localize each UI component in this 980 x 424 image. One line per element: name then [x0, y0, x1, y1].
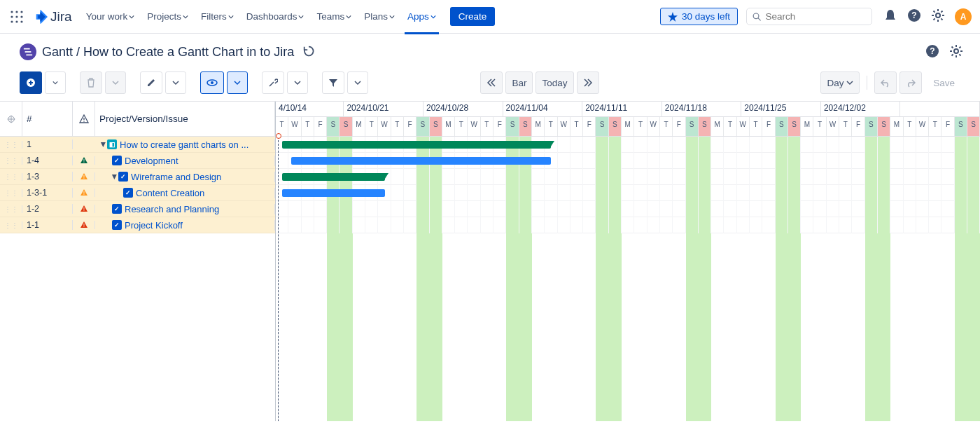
day-header: S: [955, 117, 967, 136]
week-header: 2024/11/11: [582, 102, 662, 117]
gantt-row[interactable]: ⋮⋮1-1!✓Project Kickoff: [0, 217, 275, 233]
day-header: M: [622, 117, 634, 136]
tools-dropdown[interactable]: [287, 71, 308, 94]
day-header: M: [532, 117, 545, 136]
edit-button[interactable]: [140, 71, 162, 94]
day-header: S: [340, 117, 352, 136]
day-header: T: [813, 117, 826, 136]
task-icon: ✓: [112, 156, 122, 165]
nav-filters[interactable]: Filters: [195, 8, 239, 25]
save-button[interactable]: Save: [925, 74, 963, 93]
day-header: S: [878, 117, 890, 136]
help-icon[interactable]: ?: [907, 8, 921, 25]
user-avatar[interactable]: A: [955, 8, 972, 25]
expander-icon[interactable]: ▶: [111, 175, 118, 179]
nav-projects[interactable]: Projects: [141, 8, 194, 25]
gantt-row[interactable]: ⋮⋮1▶ ◧How to create gantt charts on ...: [0, 137, 275, 153]
page-settings-icon[interactable]: [949, 44, 963, 60]
gantt-row[interactable]: ⋮⋮1-3-1!✓Content Creation: [0, 185, 275, 201]
row-name[interactable]: ✓Project Kickoff: [95, 220, 275, 231]
drag-handle[interactable]: ⋮⋮: [0, 221, 22, 229]
delete-button[interactable]: [80, 71, 102, 94]
row-warning-icon: !: [73, 221, 95, 229]
scroll-right-button[interactable]: [577, 71, 599, 94]
today-button[interactable]: Today: [536, 71, 573, 94]
gantt-bar[interactable]: [282, 173, 384, 181]
edit-dropdown[interactable]: [165, 71, 186, 94]
svg-point-7: [15, 20, 18, 22]
expander-icon[interactable]: ▶: [100, 142, 107, 147]
day-header: T: [750, 117, 762, 136]
nav-dashboards[interactable]: Dashboards: [241, 8, 310, 25]
row-name[interactable]: ✓Research and Planning: [95, 204, 275, 214]
undo-button[interactable]: [874, 71, 897, 94]
day-header: S: [699, 117, 711, 136]
task-icon: ✓: [123, 188, 133, 198]
row-id: 1-3-1: [22, 188, 73, 198]
gantt-bar[interactable]: [291, 157, 551, 165]
filter-button[interactable]: [322, 71, 344, 94]
week-header: 2024/11/18: [662, 102, 742, 117]
filter-dropdown[interactable]: [347, 71, 368, 94]
settings-icon[interactable]: [931, 8, 945, 25]
redo-button[interactable]: [899, 71, 922, 94]
drag-handle[interactable]: ⋮⋮: [0, 157, 22, 165]
drag-handle[interactable]: ⋮⋮: [0, 141, 22, 149]
bar-view-button[interactable]: Bar: [505, 71, 533, 94]
svg-point-22: [211, 81, 214, 84]
row-warning-icon: !: [73, 189, 95, 197]
day-header: W: [916, 117, 929, 136]
gantt-bar[interactable]: [282, 141, 551, 149]
zoom-level-dropdown[interactable]: Day: [820, 71, 860, 94]
svg-rect-15: [25, 51, 31, 53]
day-header: S: [519, 117, 532, 136]
notifications-icon[interactable]: [883, 8, 897, 25]
day-header: T: [839, 117, 852, 136]
nav-plans[interactable]: Plans: [358, 8, 400, 25]
day-header: T: [481, 117, 493, 136]
col-warning-header: [73, 102, 95, 136]
tools-button[interactable]: [262, 71, 284, 94]
nav-apps[interactable]: Apps: [402, 8, 442, 25]
row-name[interactable]: ▶ ✓Wireframe and Design: [95, 172, 275, 182]
nav-your-work[interactable]: Your work: [80, 8, 141, 25]
row-name[interactable]: ▶ ◧How to create gantt charts on ...: [95, 139, 275, 150]
svg-text:!: !: [83, 158, 85, 163]
row-name[interactable]: ✓Development: [95, 156, 275, 166]
day-header: W: [648, 117, 660, 136]
day-header: W: [378, 117, 391, 136]
gantt-row[interactable]: ⋮⋮1-2!✓Research and Planning: [0, 201, 275, 217]
gantt-row[interactable]: ⋮⋮1-3!▶ ✓Wireframe and Design: [0, 169, 275, 185]
svg-point-13: [936, 13, 940, 18]
app-switcher-icon[interactable]: [8, 8, 25, 25]
svg-point-8: [20, 20, 22, 22]
gantt-bar[interactable]: [282, 189, 384, 197]
svg-text:?: ?: [911, 11, 916, 20]
day-header: S: [686, 117, 699, 136]
row-name[interactable]: ✓Content Creation: [95, 188, 275, 198]
drag-handle[interactable]: ⋮⋮: [0, 173, 22, 181]
today-marker: [276, 133, 281, 139]
create-button[interactable]: Create: [450, 7, 496, 26]
nav-teams[interactable]: Teams: [311, 8, 357, 25]
col-number-header[interactable]: #: [22, 102, 73, 136]
col-name-header[interactable]: Project/Version/Issue: [95, 102, 275, 136]
week-header: 2024/11/04: [503, 102, 583, 117]
search-input[interactable]: [746, 8, 872, 25]
gantt-row[interactable]: ⋮⋮1-4!✓Development: [0, 153, 275, 169]
day-header: S: [609, 117, 622, 136]
refresh-icon[interactable]: [302, 45, 315, 60]
add-button[interactable]: [20, 71, 42, 94]
page-help-icon[interactable]: ?: [925, 44, 939, 60]
day-header: F: [852, 117, 864, 136]
scroll-left-button[interactable]: [480, 71, 503, 94]
jira-logo[interactable]: Jira: [34, 9, 72, 25]
view-dropdown[interactable]: [227, 71, 248, 94]
drag-handle[interactable]: ⋮⋮: [0, 205, 22, 213]
add-dropdown[interactable]: [45, 71, 66, 94]
view-toggle[interactable]: [200, 71, 224, 94]
delete-dropdown[interactable]: [105, 71, 126, 94]
day-header: M: [353, 117, 365, 136]
trial-days-button[interactable]: 30 days left: [660, 8, 738, 25]
drag-handle[interactable]: ⋮⋮: [0, 189, 22, 197]
